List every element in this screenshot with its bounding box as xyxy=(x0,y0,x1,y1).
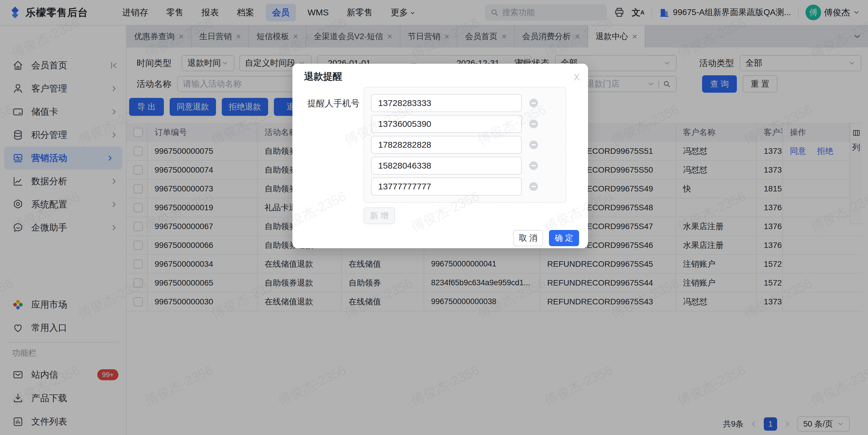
remove-phone-icon[interactable] xyxy=(529,141,538,149)
phone-input[interactable] xyxy=(371,178,522,195)
remove-phone-icon[interactable] xyxy=(529,182,538,191)
reminder-phone-label: 提醒人手机号 xyxy=(306,98,360,110)
confirm-button[interactable]: 确 定 xyxy=(549,230,579,246)
phone-list-panel xyxy=(364,87,566,203)
phone-input[interactable] xyxy=(371,115,522,133)
phone-row xyxy=(371,94,560,112)
phone-input[interactable] xyxy=(371,157,522,175)
close-icon[interactable] xyxy=(571,71,583,83)
cancel-button[interactable]: 取 消 xyxy=(513,230,543,246)
phone-input[interactable] xyxy=(371,94,522,112)
refund-reminder-modal: 退款提醒 提醒人手机号 xyxy=(292,64,588,248)
add-phone-button[interactable]: 新 增 xyxy=(364,207,395,224)
screen: 乐檬零售后台 进销存 零售 报表 档案 会员 xyxy=(0,0,868,435)
phone-row xyxy=(371,115,560,133)
remove-phone-icon[interactable] xyxy=(529,161,538,170)
remove-phone-icon[interactable] xyxy=(529,120,538,128)
phone-row xyxy=(371,178,560,195)
phone-row xyxy=(371,136,560,154)
modal-title: 退款提醒 xyxy=(304,70,342,83)
phone-input[interactable] xyxy=(371,136,522,154)
phone-row xyxy=(371,157,560,175)
remove-phone-icon[interactable] xyxy=(529,99,538,107)
